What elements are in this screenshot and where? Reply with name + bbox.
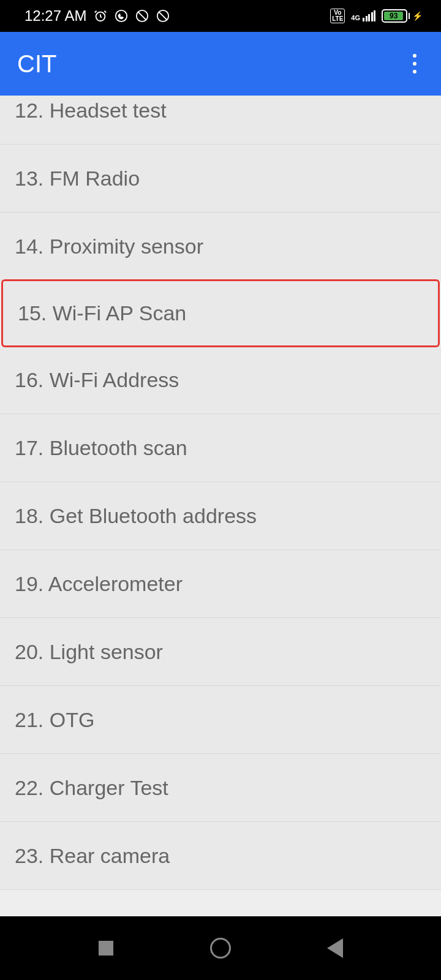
list-item-label: 14. Proximity sensor xyxy=(15,235,203,258)
dnd-icon-2 xyxy=(156,9,170,23)
status-bar: 12:27 AM VoLTE 4G 93 xyxy=(0,0,441,32)
list-item-label: 23. Rear camera xyxy=(15,844,170,868)
list-item-label: 22. Charger Test xyxy=(15,776,168,800)
list-item[interactable]: 17. Bluetooth scan xyxy=(0,414,441,482)
list-item-label: 13. FM Radio xyxy=(15,167,140,190)
more-options-button[interactable] xyxy=(407,48,423,80)
status-time: 12:27 AM xyxy=(24,7,86,24)
list-item[interactable]: 19. Accelerometer xyxy=(0,550,441,618)
recent-apps-button[interactable] xyxy=(88,930,124,967)
navigation-bar xyxy=(0,916,441,980)
list-item[interactable]: 13. FM Radio xyxy=(0,145,441,213)
list-item[interactable]: 16. Wi-Fi Address xyxy=(0,346,441,414)
list-item-label: 21. OTG xyxy=(15,708,94,732)
list-item[interactable]: 22. Charger Test xyxy=(0,754,441,822)
list-item-label: 16. Wi-Fi Address xyxy=(15,368,179,392)
volte-icon: VoLTE xyxy=(330,9,345,23)
dnd-icon xyxy=(135,9,149,23)
app-bar: CIT xyxy=(0,32,441,96)
list-item-label: 18. Get Bluetooth address xyxy=(15,504,257,528)
app-title: CIT xyxy=(17,50,56,78)
list-item-label: 20. Light sensor xyxy=(15,640,163,664)
network-type: 4G xyxy=(351,14,360,21)
test-list[interactable]: 12. Headset test13. FM Radio14. Proximit… xyxy=(0,96,441,916)
list-item[interactable]: 15. Wi-Fi AP Scan xyxy=(1,279,440,347)
list-item[interactable]: 12. Headset test xyxy=(0,96,441,145)
status-left: 12:27 AM xyxy=(24,7,170,24)
whatsapp-icon xyxy=(115,9,128,23)
list-item[interactable]: 23. Rear camera xyxy=(0,822,441,890)
list-item[interactable]: 21. OTG xyxy=(0,686,441,754)
list-item-label: 15. Wi-Fi AP Scan xyxy=(18,301,186,325)
list-item[interactable]: 20. Light sensor xyxy=(0,618,441,686)
list-item-label: 12. Headset test xyxy=(15,99,167,123)
list-item-label: 19. Accelerometer xyxy=(15,572,183,596)
signal-icon: 4G xyxy=(351,10,375,21)
list-item[interactable]: 18. Get Bluetooth address xyxy=(0,482,441,550)
status-right: VoLTE 4G 93 ⚡ xyxy=(330,9,423,23)
battery-percent: 93 xyxy=(384,12,403,20)
list-item[interactable]: 14. Proximity sensor xyxy=(0,213,441,281)
svg-point-1 xyxy=(116,10,127,21)
back-button[interactable] xyxy=(317,930,353,967)
battery-icon: 93 ⚡ xyxy=(382,9,423,23)
home-button[interactable] xyxy=(202,930,239,967)
charging-icon: ⚡ xyxy=(412,11,423,21)
list-item-label: 17. Bluetooth scan xyxy=(15,436,187,460)
alarm-icon xyxy=(94,9,107,23)
